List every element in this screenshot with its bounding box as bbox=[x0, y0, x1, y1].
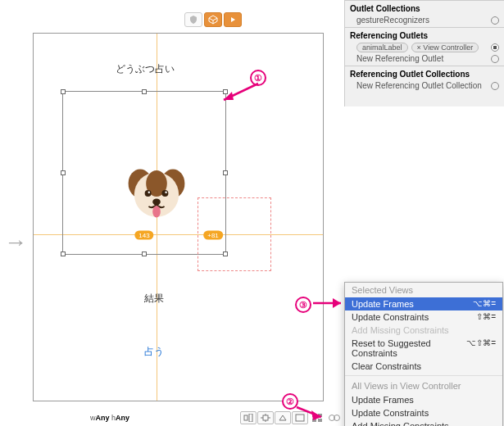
menu-update-frames[interactable]: Update Frames⌥⌘= bbox=[345, 297, 502, 310]
pin-button[interactable] bbox=[257, 411, 274, 424]
circles-button[interactable] bbox=[326, 411, 343, 424]
menu-header-all: All Views in View Controller bbox=[345, 378, 502, 393]
connect-circle-icon[interactable] bbox=[491, 55, 499, 63]
canvas-frame[interactable]: 143 +81 どうぶつ占い 結果 占う bbox=[33, 33, 324, 401]
new-ref-collection-row[interactable]: New Referencing Outlet Collection bbox=[345, 80, 504, 91]
svg-rect-18 bbox=[296, 415, 304, 421]
dog-image[interactable] bbox=[124, 161, 189, 226]
menu-reset[interactable]: Reset to Suggested Constraints⌥⇧⌘= bbox=[345, 337, 502, 360]
svg-rect-12 bbox=[249, 414, 252, 422]
svg-point-8 bbox=[165, 192, 166, 193]
animal-label-pill[interactable]: animalLabel bbox=[356, 43, 408, 52]
svg-point-5 bbox=[145, 190, 152, 197]
svg-point-10 bbox=[152, 206, 161, 217]
menu-add-missing-all[interactable]: Add Missing Constraints bbox=[345, 419, 502, 426]
menu-header-selected: Selected Views bbox=[345, 283, 502, 297]
svg-point-7 bbox=[148, 192, 150, 193]
svg-rect-21 bbox=[312, 419, 316, 422]
connect-circle-icon[interactable] bbox=[491, 16, 499, 25]
toolbar-play-button[interactable] bbox=[224, 12, 242, 27]
menu-update-frames-all[interactable]: Update Frames bbox=[345, 393, 502, 406]
outlet-collections-header: Outlet Collections bbox=[345, 2, 504, 15]
align-button[interactable] bbox=[240, 411, 257, 424]
bottom-bar: wAny hAny bbox=[33, 410, 344, 426]
menu-clear[interactable]: Clear Constraints bbox=[345, 360, 502, 373]
grid-button[interactable] bbox=[309, 411, 325, 424]
title-label[interactable]: どうぶつ占い bbox=[116, 62, 175, 76]
constraint-badge-left[interactable]: 143 bbox=[134, 231, 153, 240]
toolbar-shield-button[interactable] bbox=[184, 12, 202, 27]
svg-rect-13 bbox=[263, 415, 268, 420]
size-class-label[interactable]: wAny hAny bbox=[90, 414, 129, 422]
resize-button[interactable] bbox=[292, 411, 308, 424]
resolve-button[interactable] bbox=[275, 411, 291, 424]
animal-label-row[interactable]: animalLabel × View Controller bbox=[345, 42, 504, 53]
connect-circle-icon[interactable] bbox=[491, 82, 499, 90]
menu-update-constraints-all[interactable]: Update Constraints bbox=[345, 406, 502, 419]
view-controller-pill[interactable]: × View Controller bbox=[411, 43, 479, 52]
resolve-context-menu: Selected Views Update Frames⌥⌘= Update C… bbox=[344, 282, 503, 426]
svg-rect-19 bbox=[312, 414, 316, 417]
connect-circle-icon[interactable] bbox=[491, 43, 499, 52]
toolbar-cube-button[interactable] bbox=[204, 12, 222, 27]
gesture-row[interactable]: gestureRecognizers bbox=[345, 15, 504, 25]
svg-rect-20 bbox=[318, 414, 322, 417]
new-ref-outlet-row[interactable]: New Referencing Outlet bbox=[345, 53, 504, 64]
result-label[interactable]: 結果 bbox=[144, 292, 164, 306]
ref-outlet-collections-header: Referencing Outlet Collections bbox=[345, 68, 504, 80]
svg-point-6 bbox=[161, 190, 168, 197]
inspector-panel: Outlet Collections gestureRecognizers Re… bbox=[344, 0, 504, 106]
menu-add-missing: Add Missing Constraints bbox=[345, 324, 502, 337]
action-label[interactable]: 占う bbox=[144, 345, 164, 359]
referencing-outlets-header: Referencing Outlets bbox=[345, 29, 504, 42]
back-arrow-icon[interactable]: → bbox=[4, 229, 27, 256]
svg-point-9 bbox=[152, 198, 161, 205]
svg-rect-11 bbox=[244, 415, 247, 420]
constraint-badge-right[interactable]: +81 bbox=[203, 231, 223, 240]
menu-update-constraints[interactable]: Update Constraints⇧⌘= bbox=[345, 310, 502, 324]
svg-rect-22 bbox=[318, 419, 322, 422]
